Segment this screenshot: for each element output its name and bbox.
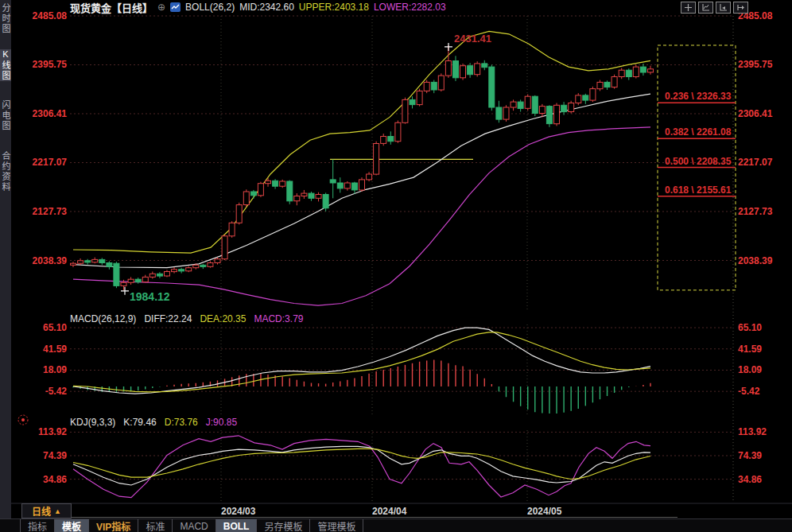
candlestick-series — [71, 45, 654, 290]
chart-header: 现货黄金【日线】 ⊕ BOLL(26,2) MID:2342.60 UPPER:… — [70, 1, 446, 14]
fib-level-label: 0.500 \ 2208.35 — [665, 156, 732, 167]
kdj-pane — [73, 436, 650, 498]
boll-lower-line — [73, 127, 650, 305]
boll-indicator-title[interactable]: BOLL(26,2) — [185, 2, 235, 13]
y-axis-label-right: 2217.07 — [738, 157, 773, 168]
xaxis-date-label: 2024/05 — [527, 506, 561, 517]
xaxis-baseline — [69, 517, 677, 518]
tab-indicators[interactable]: 指标 — [21, 519, 55, 532]
chart-type-sidebar: 分时图 K线图 闪电图 合约资料 — [0, 0, 11, 532]
macd-diff-value: DIFF:22.24 — [144, 313, 192, 324]
crosshair-move-icon[interactable] — [681, 2, 696, 14]
y-axis-label-left: 2395.75 — [33, 59, 68, 70]
y-axis-label-left: 113.92 — [38, 426, 67, 437]
y-axis-label-right: 2127.73 — [738, 206, 773, 217]
fib-level-label: 0.382 \ 2261.08 — [665, 126, 732, 138]
kdj-pane-header: KDJ(9,3,3) K:79.46 D:73.76 J:90.85 — [70, 417, 237, 428]
axis-scale-icon[interactable] — [698, 2, 713, 14]
y-axis-label-left: 74.39 — [43, 450, 67, 461]
y-axis-label-left: 2485.08 — [33, 10, 68, 21]
y-axis-label-left: 41.59 — [43, 344, 67, 355]
macd-title[interactable]: MACD(26,12,9) — [70, 313, 136, 324]
fib-level-label: 0.236 \ 2326.33 — [665, 91, 732, 102]
macd-pane — [73, 328, 650, 414]
pane-divider — [18, 415, 28, 425]
screen-switch-icon[interactable] — [733, 2, 748, 14]
circle-plus-icon[interactable]: ⊕ — [157, 2, 165, 13]
y-axis-label-right: 65.10 — [738, 322, 762, 333]
y-axis-label-left: 65.10 — [43, 322, 67, 333]
low-price-annotation: 1984.12 — [130, 290, 170, 303]
sidebar-item-contract-info[interactable]: 合约资料 — [0, 151, 11, 192]
y-axis-label-right: 2306.41 — [738, 108, 773, 119]
tabbar-spacer — [0, 519, 21, 532]
y-axis-label-left: 2127.73 — [33, 206, 68, 217]
tab-templates[interactable]: 模板 — [55, 519, 89, 532]
chart-canvas[interactable]: 2485.082485.082395.752395.752306.412306.… — [0, 0, 792, 532]
y-axis-label-left: 18.09 — [43, 364, 67, 375]
xaxis-date-label: 2024/03 — [221, 506, 255, 517]
fib-level-label: 0.618 \ 2155.61 — [665, 184, 732, 196]
tab-macd[interactable]: MACD — [173, 519, 215, 532]
period-selector-button[interactable]: 日线▲ — [21, 503, 72, 518]
trading-app-window: 2485.082485.082395.752395.752306.412306.… — [0, 0, 792, 532]
y-axis-label-left: 2217.07 — [33, 157, 68, 168]
kdj-d-line — [73, 449, 650, 479]
y-axis-label-left: 34.86 — [43, 474, 67, 485]
tab-manage-template[interactable]: 管理模板 — [310, 519, 363, 532]
y-axis-label-right: 113.92 — [738, 426, 767, 437]
macd-pane-header: MACD(26,12,9) DIFF:22.24 DEA:20.35 MACD:… — [70, 313, 303, 324]
sidebar-item-timeshare[interactable]: 分时图 — [0, 3, 11, 34]
y-axis-label-right: 41.59 — [738, 344, 762, 355]
y-axis-label-right: 34.86 — [738, 474, 762, 485]
triangle-up-icon: ▲ — [54, 507, 61, 515]
kdj-j-value: J:90.85 — [206, 417, 237, 428]
y-axis-label-left: 2038.39 — [33, 255, 68, 266]
kdj-k-value: K:79.46 — [123, 417, 156, 428]
y-axis-label-right: 18.09 — [738, 364, 762, 375]
xaxis-date-label: 2024/04 — [372, 506, 406, 517]
tab-save-template[interactable]: 另存模板 — [257, 519, 310, 532]
kdj-d-value: D:73.76 — [165, 417, 198, 428]
tab-vip-indicators[interactable]: VIP指标 — [89, 519, 138, 532]
boll-bands — [73, 31, 650, 305]
price-annotations: 2431.411984.12 — [121, 33, 491, 303]
boll-mid-value: MID:2342.60 — [239, 2, 294, 13]
y-axis-label-right: 74.39 — [738, 450, 762, 461]
kdj-j-line — [73, 436, 650, 498]
sidebar-item-kline[interactable]: K线图 — [0, 49, 11, 81]
macd-macd-value: MACD:3.79 — [254, 313, 303, 324]
boll-upper-value: UPPER:2403.18 — [299, 2, 369, 13]
candlestick-mini-icon[interactable] — [170, 2, 181, 12]
axis-forward-icon[interactable] — [716, 2, 731, 14]
symbol-title: 现货黄金【日线】 — [70, 0, 153, 15]
sidebar-item-lightning[interactable]: 闪电图 — [0, 100, 11, 131]
high-price-annotation: 2431.41 — [454, 33, 491, 45]
boll-lower-value: LOWER:2282.03 — [374, 2, 446, 13]
kdj-title[interactable]: KDJ(9,3,3) — [70, 417, 115, 428]
macd-dea-value: DEA:20.35 — [200, 313, 246, 324]
tab-boll[interactable]: BOLL — [216, 519, 258, 532]
tab-standard[interactable]: 标准 — [138, 519, 173, 532]
y-axis-label-left: -5.42 — [45, 386, 68, 397]
bottom-tabbar: 指标 模板 VIP指标 标准 MACD BOLL 另存模板 管理模板 — [0, 518, 792, 532]
grid-and-axes: 2485.082485.082395.752395.752306.412306.… — [0, 10, 792, 503]
chart-toolbar — [681, 2, 748, 14]
y-axis-label-right: 2038.39 — [738, 255, 773, 266]
y-axis-label-right: -5.42 — [738, 386, 760, 397]
y-axis-label-right: 2395.75 — [738, 59, 773, 70]
y-axis-label-left: 2306.41 — [33, 108, 68, 119]
fib-retracement: 0.236 \ 2326.330.382 \ 2261.080.500 \ 22… — [658, 45, 736, 290]
